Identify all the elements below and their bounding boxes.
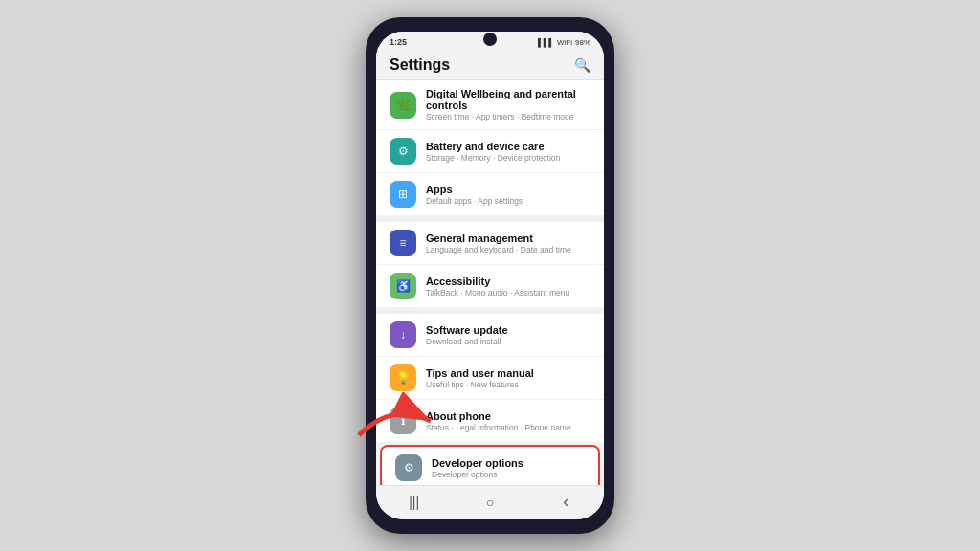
settings-subtitle-apps: Default apps · App settings [426,196,590,206]
settings-title-about-phone: About phone [426,410,590,422]
settings-icon-general-management: ≡ [390,230,416,256]
search-button[interactable]: 🔍 [574,57,590,73]
settings-subtitle-digital-wellbeing: Screen time · App timers · Bedtime mode [426,112,590,121]
recents-button[interactable]: ||| [403,495,426,510]
status-time: 1:25 [390,37,407,47]
settings-icon-developer-options: ⚙ [395,454,422,481]
status-icons: ▌▌▌ WiFi 98% [538,38,590,47]
front-camera [483,33,497,46]
settings-icon-digital-wellbeing: 🌿 [390,92,416,119]
phone-frame: 1:25 ▌▌▌ WiFi 98% Settings 🔍 🌿 Digital W… [366,17,614,534]
settings-icon-software-update: ↓ [390,321,416,348]
settings-icon-apps: ⊞ [390,181,416,208]
nav-bar: ||| ○ ‹ [376,485,604,519]
settings-subtitle-developer-options: Developer options [432,470,585,479]
settings-icon-battery: ⚙ [390,138,416,165]
settings-title-software-update: Software update [426,324,590,336]
wifi-icon: WiFi [557,38,572,47]
settings-item-battery[interactable]: ⚙ Battery and device care Storage · Memo… [376,130,604,173]
settings-list: 🌿 Digital Wellbeing and parental control… [376,80,604,485]
status-bar: 1:25 ▌▌▌ WiFi 98% [376,32,604,49]
home-button[interactable]: ○ [479,495,501,510]
settings-title-digital-wellbeing: Digital Wellbeing and parental controls [426,88,590,111]
signal-icon: ▌▌▌ [538,38,554,47]
settings-title-developer-options: Developer options [432,457,585,469]
settings-subtitle-accessibility: TalkBack · Mono audio · Assistant menu [426,288,590,298]
settings-header: Settings 🔍 [376,49,604,80]
page-title: Settings [390,56,450,74]
phone-screen: 1:25 ▌▌▌ WiFi 98% Settings 🔍 🌿 Digital W… [376,32,604,519]
settings-icon-accessibility: ♿ [390,273,416,299]
settings-item-about-phone[interactable]: ℹ About phone Status · Legal information… [376,400,604,443]
settings-subtitle-battery: Storage · Memory · Device protection [426,153,590,163]
settings-title-general-management: General management [426,232,590,244]
battery-icon: 98% [575,38,590,47]
settings-subtitle-general-management: Language and keyboard · Date and time [426,245,590,254]
settings-item-digital-wellbeing[interactable]: 🌿 Digital Wellbeing and parental control… [376,80,604,130]
settings-subtitle-tips: Useful tips · New features [426,380,590,389]
settings-subtitle-software-update: Download and install [426,337,590,346]
settings-icon-about-phone: ℹ [390,408,416,434]
settings-item-accessibility[interactable]: ♿ Accessibility TalkBack · Mono audio · … [376,265,604,308]
settings-item-general-management[interactable]: ≡ General management Language and keyboa… [376,222,604,265]
settings-item-apps[interactable]: ⊞ Apps Default apps · App settings [376,173,604,216]
settings-item-software-update[interactable]: ↓ Software update Download and install [376,314,604,357]
settings-icon-tips: 💡 [390,364,416,391]
settings-item-tips[interactable]: 💡 Tips and user manual Useful tips · New… [376,357,604,400]
settings-title-battery: Battery and device care [426,141,590,152]
back-button[interactable]: ‹ [554,492,577,512]
settings-item-developer-options[interactable]: ⚙ Developer options Developer options [380,445,600,485]
settings-title-accessibility: Accessibility [426,276,590,287]
settings-title-tips: Tips and user manual [426,367,590,379]
settings-subtitle-about-phone: Status · Legal information · Phone name [426,423,590,432]
settings-title-apps: Apps [426,184,590,195]
